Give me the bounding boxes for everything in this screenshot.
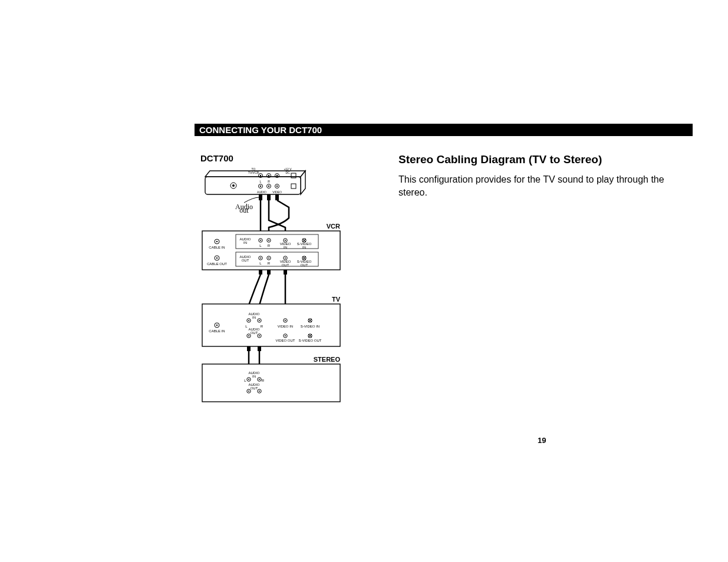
dct-audio: AUDIO (257, 190, 266, 194)
svg-rect-21 (275, 194, 279, 200)
svg-point-29 (216, 257, 218, 259)
vcr-label: VCR (327, 223, 340, 230)
tv-out-video: VIDEO OUT (275, 339, 295, 342)
svg-point-8 (268, 175, 269, 176)
dct700-unit: TOTV/VCR +12 VDC AUDIO L R VIDEO (205, 167, 305, 200)
svg-point-83 (248, 379, 249, 380)
dct-top-tvvcr: TOTV/VCR (248, 167, 259, 174)
stereo-label: STEREO (314, 356, 341, 363)
stereo-in-r: R (262, 379, 265, 382)
section-header: CONNECTING YOUR DCT700 (195, 124, 693, 136)
svg-point-13 (260, 186, 261, 187)
svg-rect-51 (267, 270, 271, 275)
svg-point-69 (248, 335, 249, 336)
svg-point-71 (259, 335, 260, 336)
svg-point-27 (216, 241, 218, 242)
diagram-device-name: DCT700 (200, 153, 233, 163)
audio-out-label: Audioout (235, 203, 253, 214)
svg-point-10 (276, 175, 278, 176)
svg-rect-78 (258, 346, 261, 351)
tv-out-svideo: S-VIDEO OUT (298, 339, 321, 342)
dct-video: VIDEO (272, 190, 282, 194)
svg-point-87 (248, 391, 249, 392)
svg-rect-77 (247, 346, 251, 351)
content-column: Stereo Cabling Diagram (TV to Stereo) Th… (398, 153, 670, 199)
svg-point-62 (259, 320, 260, 321)
content-body: This configuration provides for the TV s… (398, 173, 670, 199)
svg-point-89 (259, 391, 260, 392)
svg-point-44 (268, 257, 269, 259)
svg-point-34 (268, 240, 269, 241)
svg-rect-50 (259, 270, 262, 275)
tv-label: TV (332, 296, 341, 303)
vcr-cablein: CABLE IN (209, 246, 225, 249)
svg-rect-81 (202, 364, 340, 402)
dct-r: R (268, 180, 270, 183)
tv-in-svideo: S-VIDEO IN (301, 325, 319, 328)
svg-point-6 (260, 175, 261, 176)
svg-point-17 (276, 186, 278, 187)
svg-point-4 (232, 184, 235, 187)
svg-point-73 (285, 335, 286, 336)
svg-point-85 (259, 379, 260, 380)
svg-point-60 (248, 320, 249, 321)
svg-rect-52 (284, 270, 287, 275)
svg-rect-2 (205, 177, 301, 194)
wiring-diagram: TOTV/VCR +12 VDC AUDIO L R VIDEO Audioou… (200, 165, 342, 406)
svg-rect-19 (259, 194, 262, 200)
svg-rect-20 (267, 194, 271, 200)
tv-in-r: R (261, 325, 263, 328)
svg-point-46 (285, 257, 286, 259)
vcr-out-r: R (268, 262, 271, 265)
tv-cablein: CABLE IN (209, 329, 225, 333)
svg-point-64 (285, 320, 286, 321)
page-number: 19 (538, 436, 546, 445)
svg-point-36 (285, 240, 286, 241)
manual-page: CONNECTING YOUR DCT700 DCT700 Stereo Cab… (0, 0, 728, 562)
vcr-cableout: CABLE OUT (207, 262, 227, 266)
content-heading: Stereo Cabling Diagram (TV to Stereo) (398, 153, 670, 166)
svg-point-32 (260, 240, 261, 241)
svg-point-58 (216, 325, 218, 326)
dct-l: L (260, 180, 262, 183)
tv-in-video: VIDEO IN (278, 325, 293, 328)
svg-point-15 (268, 186, 269, 187)
vcr-in-r: R (268, 244, 271, 247)
svg-point-42 (260, 257, 261, 259)
